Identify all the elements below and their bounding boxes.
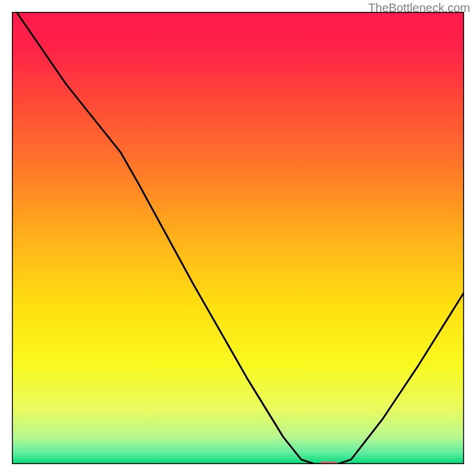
bottleneck-chart [12, 12, 464, 464]
chart-svg [12, 12, 464, 464]
watermark-text: TheBottleneck.com [368, 1, 470, 15]
chart-background [12, 12, 464, 464]
